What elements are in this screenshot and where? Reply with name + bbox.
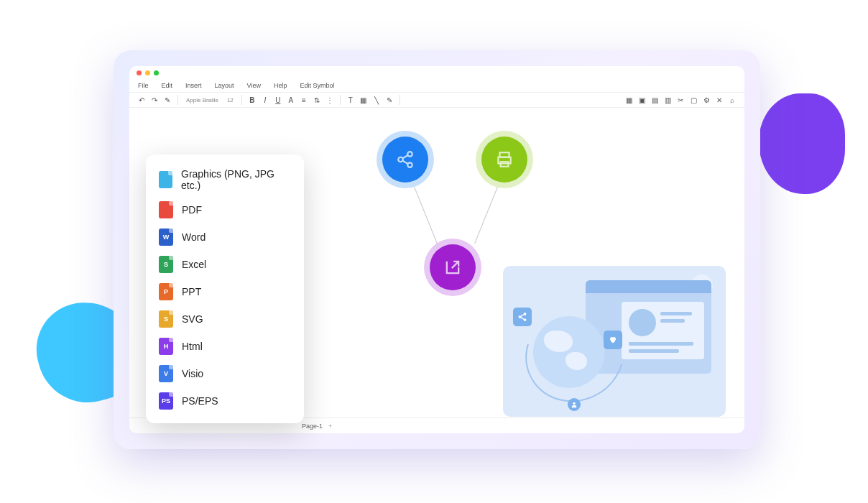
settings-icon[interactable]: ⚙ <box>701 95 711 105</box>
export-item-label: Word <box>182 231 206 243</box>
menu-file[interactable]: File <box>138 82 149 89</box>
link-icon[interactable]: ▥ <box>662 95 673 105</box>
svg-point-14 <box>573 402 575 405</box>
export-item-excel[interactable]: SExcel <box>146 251 304 278</box>
export-item-label: PPT <box>182 286 201 297</box>
export-item-label: PDF <box>182 204 202 216</box>
export-item-ppt[interactable]: PPPT <box>146 278 304 305</box>
export-item-label: Html <box>182 341 203 352</box>
menu-edit[interactable]: Edit <box>162 82 173 89</box>
window-titlebar <box>129 66 744 79</box>
menu-insert[interactable]: Insert <box>185 82 202 89</box>
file-type-icon: P <box>159 283 173 300</box>
menu-help[interactable]: Help <box>274 82 287 89</box>
attachment-icon[interactable]: ✂ <box>675 95 685 105</box>
image-icon[interactable]: ▣ <box>637 95 647 105</box>
export-item-ps-eps[interactable]: PSPS/EPS <box>146 387 304 415</box>
menu-edit-symbol[interactable]: Edit Symbol <box>300 82 334 89</box>
user-badge-icon <box>568 398 581 411</box>
menubar: File Edit Insert Layout View Help Edit S… <box>129 79 744 92</box>
note-icon[interactable]: ▢ <box>688 95 698 105</box>
export-item-label: Visio <box>182 368 203 379</box>
font-size[interactable]: 12 <box>224 97 236 103</box>
export-item-svg[interactable]: SSVG <box>146 305 304 333</box>
export-format-menu: Graphics (PNG, JPG etc.)PDFWWordSExcelPP… <box>146 154 304 423</box>
export-item-pdf[interactable]: PDF <box>146 196 304 223</box>
share-badge-icon <box>513 308 532 326</box>
file-type-icon <box>159 201 173 218</box>
export-item-visio[interactable]: VVisio <box>146 360 304 387</box>
align-left-icon[interactable]: ≡ <box>299 95 309 105</box>
share-node[interactable] <box>382 137 428 183</box>
sharing-illustration <box>503 266 726 417</box>
svg-point-9 <box>524 313 525 315</box>
tab-page-1[interactable]: Page-1 <box>302 423 323 430</box>
text-tool-icon[interactable]: T <box>346 95 356 105</box>
file-type-icon: V <box>159 365 173 382</box>
file-type-icon <box>159 171 172 188</box>
minimize-icon[interactable] <box>145 70 150 75</box>
pen-icon[interactable]: ✎ <box>384 95 394 105</box>
chart-icon[interactable]: ▤ <box>650 95 660 105</box>
toolbar: ↶ ↷ ✎ Apple Braille 12 B I U A ≡ ⇅ ⋮ T ▦… <box>129 92 744 108</box>
export-item-word[interactable]: WWord <box>146 223 304 251</box>
svg-point-11 <box>524 319 525 320</box>
format-painter-icon[interactable]: ✎ <box>162 95 172 105</box>
file-type-icon: S <box>159 256 173 273</box>
redo-icon[interactable]: ↷ <box>149 95 160 105</box>
export-item-label: PS/EPS <box>182 395 218 407</box>
search-icon[interactable]: ⌕ <box>727 95 737 105</box>
tools-icon[interactable]: ✕ <box>714 95 724 105</box>
file-type-icon: W <box>159 229 173 246</box>
maximize-icon[interactable] <box>154 70 159 75</box>
line-spacing-icon[interactable]: ⇅ <box>312 95 322 105</box>
svg-line-12 <box>521 315 525 317</box>
menu-layout[interactable]: Layout <box>215 82 234 89</box>
svg-point-10 <box>519 316 520 318</box>
table-icon[interactable]: ▦ <box>624 95 634 105</box>
fill-icon[interactable]: ▦ <box>359 95 369 105</box>
font-name[interactable]: Apple Braille <box>183 97 221 103</box>
like-badge-icon <box>604 331 622 349</box>
menu-view[interactable]: View <box>247 82 261 89</box>
export-node[interactable] <box>430 244 476 290</box>
bold-button[interactable]: B <box>247 95 257 105</box>
file-type-icon: H <box>159 338 173 355</box>
decoration-blob-right <box>759 93 845 194</box>
bullets-icon[interactable]: ⋮ <box>325 95 335 105</box>
underline-button[interactable]: U <box>273 95 283 105</box>
file-type-icon: S <box>159 310 173 328</box>
globe-icon <box>533 316 605 388</box>
export-item-html[interactable]: HHtml <box>146 333 304 360</box>
print-node[interactable] <box>481 137 527 183</box>
svg-line-13 <box>521 318 525 320</box>
add-page-button[interactable]: + <box>328 423 332 430</box>
close-icon[interactable] <box>137 70 142 75</box>
file-type-icon: PS <box>159 392 173 410</box>
export-item-graphics-png-jpg-etc-[interactable]: Graphics (PNG, JPG etc.) <box>146 163 304 196</box>
font-color-button[interactable]: A <box>286 95 296 105</box>
export-item-label: Excel <box>182 259 206 270</box>
line-icon[interactable]: ╲ <box>371 95 382 105</box>
italic-button[interactable]: I <box>260 95 270 105</box>
export-item-label: Graphics (PNG, JPG etc.) <box>181 168 291 191</box>
export-item-label: SVG <box>182 313 203 325</box>
connector-line <box>414 187 438 244</box>
connector-line <box>474 187 498 244</box>
undo-icon[interactable]: ↶ <box>137 95 147 105</box>
